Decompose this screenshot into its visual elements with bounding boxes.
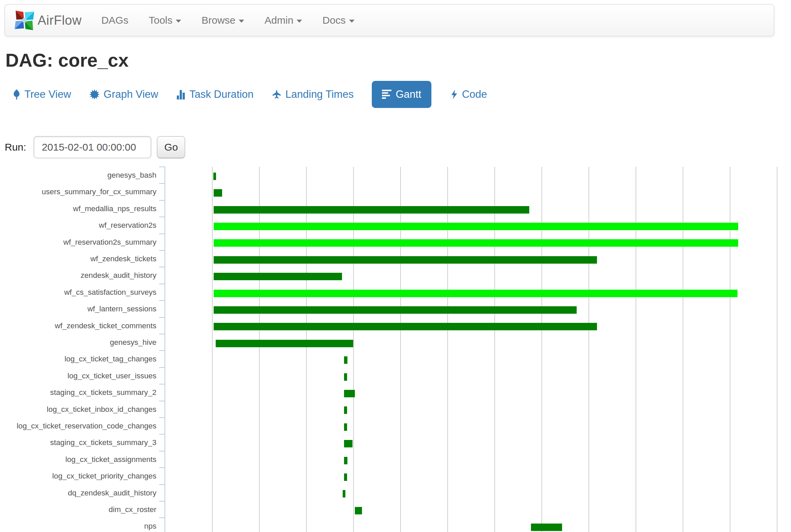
task-label-wf_reservation2s: wf_reservation2s [0,217,157,233]
gantt-bar-staging_cx_tickets_summary_3[interactable] [344,440,352,448]
gridline [447,167,448,532]
flash-icon [450,89,458,99]
y-axis-tick [159,451,165,452]
gantt-chart: genesys_bashusers_summary_for_cx_summary… [0,166,791,532]
task-label-users_summary_for_cx_summary: users_summary_for_cx_summary [0,184,157,200]
nav-item-label: Browse [201,15,235,26]
y-axis-tick [159,501,165,501]
burst-icon [89,89,99,99]
tab-graph-view[interactable]: Graph View [89,88,158,100]
navbar-menu: DAGsToolsBrowseAdminDocs [91,5,365,36]
tree-icon [13,89,20,99]
gantt-bar-staging_cx_tickets_summary_2[interactable] [344,390,355,397]
task-label-log_cx_ticket_assignments: log_cx_ticket_assignments [0,451,157,468]
y-axis-tick [159,350,165,351]
task-label-log_cx_ticket_priority_changes: log_cx_ticket_priority_changes [0,468,157,484]
y-axis-tick [159,517,165,518]
task-label-log_cx_ticket_inbox_id_changes: log_cx_ticket_inbox_id_changes [0,401,157,418]
gantt-bar-log_cx_ticket_user_issues[interactable] [344,373,347,381]
nav-item-docs[interactable]: Docs [312,5,364,36]
plane-icon [272,89,281,99]
gantt-bar-wf_zendesk_tickets[interactable] [214,256,597,264]
tab-tree-view[interactable]: Tree View [13,88,71,100]
gantt-bar-log_cx_ticket_tag_changes[interactable] [344,356,347,364]
gridline [212,167,213,532]
gridline [541,167,542,532]
y-axis-tick [159,334,165,334]
airflow-logo-icon [13,9,36,32]
gantt-bar-log_cx_ticket_reservation_code_changes[interactable] [344,423,347,431]
tab-gantt[interactable]: Gantt [372,81,431,108]
gantt-bar-log_cx_ticket_assignments[interactable] [344,457,347,464]
gantt-bar-log_cx_ticket_priority_changes[interactable] [344,473,347,481]
y-axis-tick [159,284,165,284]
task-label-wf_zendesk_tickets: wf_zendesk_tickets [0,250,157,267]
plot-area [212,167,791,532]
gantt-bar-genesys_bash[interactable] [213,173,216,180]
tab-code[interactable]: Code [450,88,487,100]
gantt-bar-wf_lantern_sessions[interactable] [214,306,577,314]
gantt-bar-wf_zendesk_ticket_comments[interactable] [214,323,597,330]
gridline [636,167,636,532]
tab-task-duration[interactable]: Task Duration [177,88,254,100]
gridline [306,167,307,532]
task-label-wf_zendesk_ticket_comments: wf_zendesk_ticket_comments [0,318,157,334]
y-axis-tick [159,417,165,418]
run-form: Run: Go [5,136,185,158]
y-axis-tick [159,484,165,485]
gantt-bar-genesys_hive[interactable] [216,340,353,347]
gantt-bar-dim_cx_roster[interactable] [355,507,362,514]
run-label: Run: [5,141,26,153]
navbar-brand[interactable]: AirFlow [13,9,81,32]
tab-label: Code [462,88,487,100]
gridline [777,167,777,532]
task-label-genesys_hive: genesys_hive [0,334,157,350]
task-label-log_cx_ticket_tag_changes: log_cx_ticket_tag_changes [0,350,157,367]
gantt-bar-wf_reservation2s_summary[interactable] [214,239,738,247]
gantt-bar-nps[interactable] [531,524,562,531]
go-button[interactable]: Go [157,136,185,158]
tab-label: Landing Times [286,88,354,100]
tab-label: Task Duration [189,88,254,100]
nav-item-admin[interactable]: Admin [254,5,312,36]
gridline [400,167,401,532]
task-label-nps: nps [0,518,157,532]
gantt-bar-wf_reservation2s[interactable] [214,223,738,230]
task-label-dq_zendesk_audit_history: dq_zendesk_audit_history [0,484,157,501]
tab-landing-times[interactable]: Landing Times [272,88,354,100]
caret-down-icon [297,20,302,23]
gridline [353,167,354,532]
y-axis-tick [159,200,165,201]
gantt-bar-wf_medallia_nps_results[interactable] [214,206,529,213]
gantt-bar-dq_zendesk_audit_history[interactable] [343,490,345,497]
y-axis-tick [159,250,165,251]
page-title: DAG: core_cx [5,50,129,71]
nav-item-browse[interactable]: Browse [191,5,254,36]
task-label-dim_cx_roster: dim_cx_roster [0,501,157,518]
gantt-bar-log_cx_ticket_inbox_id_changes[interactable] [344,406,347,414]
task-label-log_cx_ticket_reservation_code_changes: log_cx_ticket_reservation_code_changes [0,418,157,434]
task-label-wf_cs_satisfaction_surveys: wf_cs_satisfaction_surveys [0,284,157,301]
y-axis-tick [159,367,165,368]
gridline [683,167,683,532]
nav-item-label: DAGs [101,15,128,26]
caret-down-icon [349,20,354,23]
tab-label: Gantt [396,88,421,100]
run-date-input[interactable] [34,136,151,158]
nav-item-label: Docs [323,15,345,26]
nav-item-dags[interactable]: DAGs [91,5,139,36]
task-label-wf_reservation2s_summary: wf_reservation2s_summary [0,234,157,250]
task-label-staging_cx_tickets_summary_3: staging_cx_tickets_summary_3 [0,434,157,451]
nav-item-label: Admin [264,15,293,26]
y-axis-tick [159,167,165,167]
y-axis-tick [159,401,165,401]
gantt-bar-zendesk_audit_history[interactable] [214,273,342,280]
gantt-bar-wf_cs_satisfaction_surveys[interactable] [214,290,737,297]
gantt-icon [382,90,391,99]
gridline [259,167,260,532]
gantt-bar-users_summary_for_cx_summary[interactable] [214,189,222,197]
gridline [730,167,730,532]
y-axis-tick [159,317,165,318]
nav-item-tools[interactable]: Tools [139,5,191,36]
task-label-wf_medallia_nps_results: wf_medallia_nps_results [0,200,157,217]
